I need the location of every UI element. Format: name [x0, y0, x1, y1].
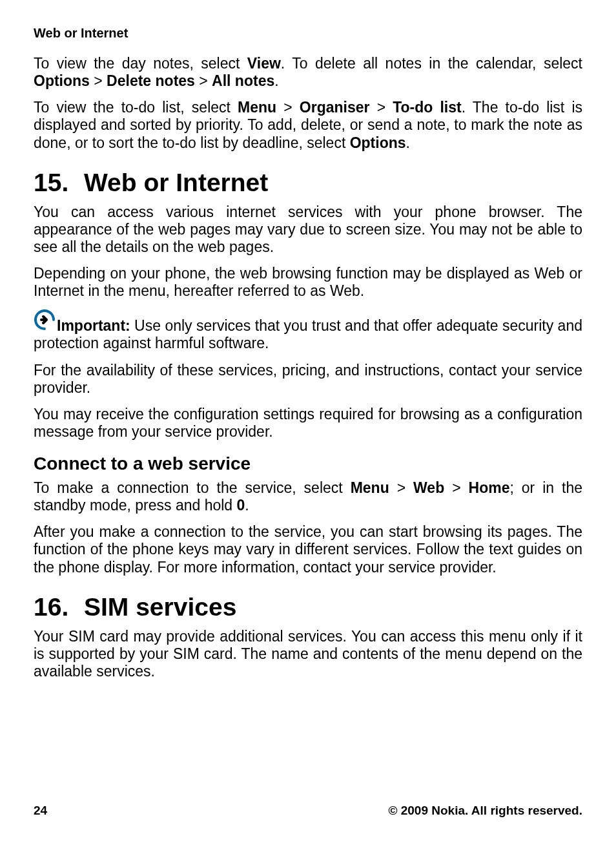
paragraph-day-notes: To view the day notes, select View. To d… [34, 55, 582, 90]
page-footer: 24 © 2009 Nokia. All rights reserved. [34, 804, 582, 818]
text: . [245, 497, 249, 514]
text: To make a connection to the service, sel… [34, 479, 351, 496]
paragraph-connect-p1: To make a connection to the service, sel… [34, 479, 582, 514]
bold-all-notes: All notes [212, 72, 274, 89]
bold-view: View [247, 55, 281, 72]
section-15-heading: 15.Web or Internet [34, 169, 582, 197]
bold-delete-notes: Delete notes [107, 72, 195, 89]
paragraph-s16-p1: Your SIM card may provide additional ser… [34, 628, 582, 680]
text: To view the to-do list, select [34, 99, 238, 116]
important-block: Important: Use only services that you tr… [34, 309, 582, 352]
subsection-connect-heading: Connect to a web service [34, 453, 582, 474]
bold-zero: 0 [237, 497, 245, 514]
copyright-text: © 2009 Nokia. All rights reserved. [388, 804, 582, 818]
bold-organiser: Organiser [300, 99, 370, 116]
text: . To delete all notes in the calendar, s… [281, 55, 582, 72]
text: > [389, 479, 413, 496]
important-label: Important: [57, 317, 130, 334]
text: > [370, 99, 393, 116]
section-title: SIM services [84, 593, 236, 621]
text: To view the day notes, select [34, 55, 247, 72]
section-title: Web or Internet [84, 169, 268, 196]
bold-menu: Menu [351, 479, 389, 496]
section-number: 16. [34, 593, 84, 621]
important-icon [34, 309, 56, 335]
section-16-heading: 16.SIM services [34, 593, 582, 621]
page-number: 24 [34, 804, 47, 818]
paragraph-s15-p4: You may receive the configuration settin… [34, 406, 582, 441]
paragraph-todo-list: To view the to-do list, select Menu > Or… [34, 99, 582, 151]
bold-todo-list: To-do list [393, 99, 462, 116]
text: > [444, 479, 468, 496]
paragraph-s15-p1: You can access various internet services… [34, 203, 582, 256]
bold-home: Home [469, 479, 510, 496]
important-paragraph: Important: Use only services that you tr… [34, 309, 582, 352]
paragraph-connect-p2: After you make a connection to the servi… [34, 523, 582, 576]
text: . [406, 134, 410, 151]
bold-options: Options [34, 72, 90, 89]
text: > [195, 72, 212, 89]
bold-options: Options [350, 134, 406, 151]
paragraph-s15-p3: For the availability of these services, … [34, 362, 582, 397]
section-number: 15. [34, 169, 84, 197]
bold-web: Web [413, 479, 444, 496]
paragraph-s15-p2: Depending on your phone, the web browsin… [34, 265, 582, 300]
running-header: Web or Internet [34, 26, 582, 41]
text: > [276, 99, 300, 116]
text: . [274, 72, 278, 89]
text: > [90, 72, 107, 89]
bold-menu: Menu [238, 99, 276, 116]
page: Web or Internet To view the day notes, s… [0, 0, 616, 854]
